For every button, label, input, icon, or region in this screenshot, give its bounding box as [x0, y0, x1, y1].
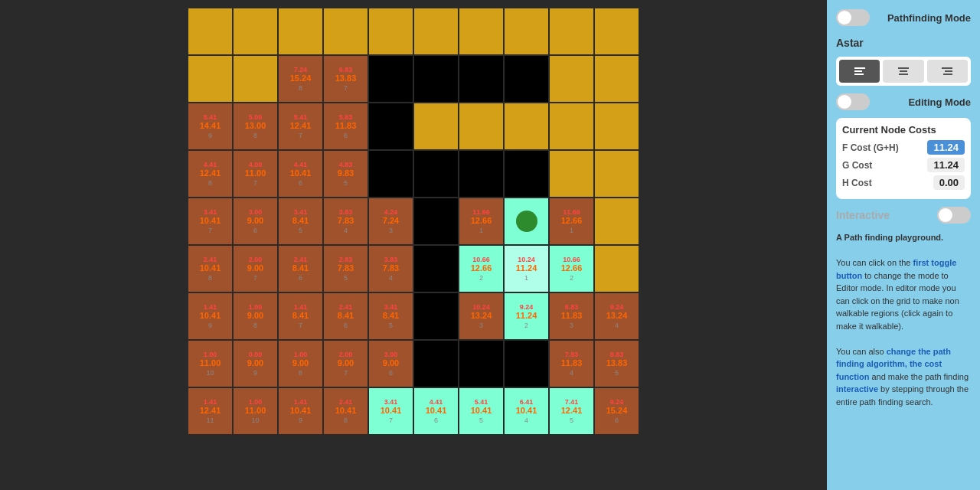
cell-2-5[interactable] — [414, 103, 458, 149]
align-left-button[interactable] — [839, 60, 880, 83]
cell-7-9[interactable]: 8.83 13.83 5 — [595, 341, 639, 387]
cell-5-6[interactable]: 10.66 12.66 2 — [459, 246, 503, 292]
cell-5-8[interactable]: 10.66 12.66 2 — [550, 246, 593, 292]
cell-3-3[interactable]: 4.83 9.83 5 — [324, 151, 368, 197]
cell-1-4[interactable] — [369, 56, 413, 102]
cell-8-4[interactable]: 3.41 10.41 7 — [369, 388, 413, 434]
cell-3-2[interactable]: 4.41 10.41 6 — [279, 151, 322, 197]
cell-1-0[interactable] — [188, 56, 232, 102]
pathfinding-mode-toggle[interactable] — [836, 9, 870, 26]
cell-2-0[interactable]: 5.41 14.41 9 — [188, 103, 232, 149]
cell-6-4[interactable]: 3.41 8.41 5 — [369, 293, 413, 339]
cell-0-5[interactable] — [414, 8, 458, 54]
cell-2-1[interactable]: 5.00 13.00 8 — [234, 103, 277, 149]
cell-6-3[interactable]: 2.41 8.41 6 — [324, 293, 368, 339]
cell-2-9[interactable] — [595, 103, 639, 149]
cell-8-2[interactable]: 1.41 10.41 9 — [279, 388, 322, 434]
cell-6-0[interactable]: 1.41 10.41 9 — [188, 293, 232, 339]
cell-5-5[interactable] — [414, 246, 458, 292]
cell-0-3[interactable] — [324, 8, 368, 54]
cell-4-1[interactable]: 3.00 9.00 6 — [234, 198, 277, 244]
cell-4-6[interactable]: 11.66 12.66 1 — [459, 198, 503, 244]
cell-2-8[interactable] — [550, 103, 593, 149]
cell-1-2[interactable]: 7.24 15.24 8 — [279, 56, 322, 102]
cell-2-2[interactable]: 5.41 12.41 7 — [279, 103, 322, 149]
cell-7-5[interactable] — [414, 341, 458, 387]
cell-6-8[interactable]: 8.83 11.83 3 — [550, 293, 593, 339]
cell-7-8[interactable]: 7.83 11.83 4 — [550, 341, 593, 387]
cell-8-6[interactable]: 5.41 10.41 5 — [459, 388, 503, 434]
cell-3-9[interactable] — [595, 151, 639, 197]
cell-8-0[interactable]: 1.41 12.41 11 — [188, 388, 232, 434]
cell-0-6[interactable] — [459, 8, 503, 54]
cell-8-5[interactable]: 4.41 10.41 6 — [414, 388, 458, 434]
cell-4-7[interactable] — [505, 198, 548, 244]
cell-3-1[interactable]: 4.00 11.00 7 — [234, 151, 277, 197]
cell-7-0[interactable]: 1.00 11.00 10 — [188, 341, 232, 387]
editing-mode-toggle[interactable] — [836, 93, 870, 110]
cell-3-8[interactable] — [550, 151, 593, 197]
cell-3-6[interactable] — [459, 151, 503, 197]
grid-container[interactable]: 7.24 15.24 8 6.83 13.83 7 5.41 14.41 9 5… — [185, 5, 642, 485]
cell-1-5[interactable] — [414, 56, 458, 102]
cell-0-7[interactable] — [505, 8, 548, 54]
cell-4-9[interactable] — [595, 198, 639, 244]
cell-2-4[interactable] — [369, 103, 413, 149]
cell-3-4[interactable] — [369, 151, 413, 197]
cell-1-1[interactable] — [234, 56, 277, 102]
cell-0-8[interactable] — [550, 8, 593, 54]
cell-3-0[interactable]: 4.41 12.41 8 — [188, 151, 232, 197]
cell-8-3[interactable]: 2.41 10.41 8 — [324, 388, 368, 434]
cell-4-2[interactable]: 3.41 8.41 5 — [279, 198, 322, 244]
cell-8-1[interactable]: 1.00 11.00 10 — [234, 388, 277, 434]
cell-1-7[interactable] — [505, 56, 548, 102]
cell-2-7[interactable] — [505, 103, 548, 149]
cell-0-0[interactable] — [188, 8, 232, 54]
cell-1-3[interactable]: 6.83 13.83 7 — [324, 56, 368, 102]
cell-0-2[interactable] — [279, 8, 322, 54]
cell-1-9[interactable] — [595, 56, 639, 102]
cell-8-7[interactable]: 6.41 10.41 4 — [505, 388, 548, 434]
cell-6-2[interactable]: 1.41 8.41 7 — [279, 293, 322, 339]
cell-3-7[interactable] — [505, 151, 548, 197]
cell-2-6[interactable] — [459, 103, 503, 149]
cell-7-1[interactable]: 0.00 9.00 9 — [234, 341, 277, 387]
cell-5-1[interactable]: 2.00 9.00 7 — [234, 246, 277, 292]
cell-4-3[interactable]: 3.83 7.83 4 — [324, 198, 368, 244]
cell-4-4[interactable]: 4.24 7.24 3 — [369, 198, 413, 244]
cell-0-9[interactable] — [595, 8, 639, 54]
cell-8-8[interactable]: 7.41 12.41 5 — [550, 388, 593, 434]
cell-6-6[interactable]: 10.24 13.24 3 — [459, 293, 503, 339]
cell-5-3[interactable]: 2.83 7.83 5 — [324, 246, 368, 292]
cell-7-6[interactable] — [459, 341, 503, 387]
cell-6-9[interactable]: 9.24 13.24 4 — [595, 293, 639, 339]
cell-6-5[interactable] — [414, 293, 458, 339]
svg-rect-6 — [942, 67, 952, 69]
cell-4-8[interactable]: 11.66 12.66 1 — [550, 198, 593, 244]
cell-6-7[interactable]: 9.24 11.24 2 — [505, 293, 548, 339]
cell-2-3[interactable]: 5.83 11.83 6 — [324, 103, 368, 149]
cell-0-4[interactable] — [369, 8, 413, 54]
info-link-2: change the path finding algorithm, the c… — [836, 347, 951, 381]
cell-4-5[interactable] — [414, 198, 458, 244]
cell-1-6[interactable] — [459, 56, 503, 102]
cell-7-3[interactable]: 2.00 9.00 7 — [324, 341, 368, 387]
align-center-button[interactable] — [883, 60, 923, 83]
interactive-toggle[interactable] — [937, 207, 971, 224]
cell-5-0[interactable]: 2.41 10.41 8 — [188, 246, 232, 292]
cell-5-2[interactable]: 2.41 8.41 6 — [279, 246, 322, 292]
cell-3-5[interactable] — [414, 151, 458, 197]
cell-4-0[interactable]: 3.41 10.41 7 — [188, 198, 232, 244]
cell-5-4[interactable]: 3.83 7.83 4 — [369, 246, 413, 292]
align-buttons-group — [836, 57, 971, 86]
cell-7-2[interactable]: 1.00 9.00 8 — [279, 341, 322, 387]
cell-7-4[interactable]: 3.00 9.00 6 — [369, 341, 413, 387]
cell-0-1[interactable] — [234, 8, 277, 54]
cell-8-9[interactable]: 9.24 15.24 6 — [595, 388, 639, 434]
cell-5-7[interactable]: 10.24 11.24 1 — [505, 246, 548, 292]
cell-5-9[interactable] — [595, 246, 639, 292]
cell-6-1[interactable]: 1.00 9.00 8 — [234, 293, 277, 339]
cell-7-7[interactable] — [505, 341, 548, 387]
align-right-button[interactable] — [927, 60, 968, 83]
cell-1-8[interactable] — [550, 56, 593, 102]
